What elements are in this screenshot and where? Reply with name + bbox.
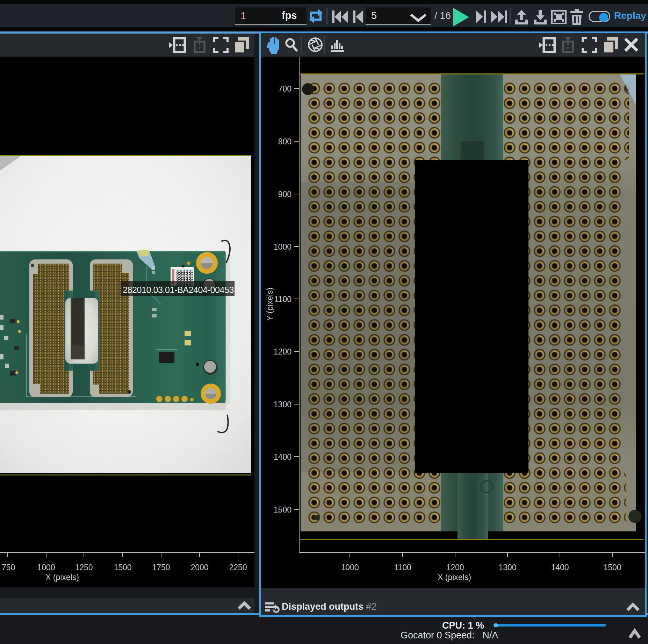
svg-text:1000: 1000 <box>37 563 55 572</box>
svg-text:Y (pixels): Y (pixels) <box>265 287 274 321</box>
svg-text:1100: 1100 <box>274 295 291 304</box>
svg-text:1400: 1400 <box>551 563 569 572</box>
svg-text:2250: 2250 <box>229 563 247 572</box>
svg-text:1250: 1250 <box>75 563 93 572</box>
svg-text:1200: 1200 <box>274 347 291 356</box>
svg-text:X (pixels): X (pixels) <box>438 573 471 582</box>
svg-text:282010.03.01-BA2404-00453: 282010.03.01-BA2404-00453 <box>123 285 234 295</box>
svg-text:1000: 1000 <box>341 563 359 572</box>
svg-text:1500: 1500 <box>274 505 291 514</box>
svg-text:750: 750 <box>2 563 15 572</box>
svg-text:1500: 1500 <box>603 563 621 572</box>
svg-text:800: 800 <box>278 137 291 146</box>
svg-text:2000: 2000 <box>190 563 208 572</box>
svg-text:1300: 1300 <box>274 400 291 409</box>
svg-text:700: 700 <box>278 84 291 93</box>
svg-text:1100: 1100 <box>394 563 411 572</box>
svg-text:900: 900 <box>278 190 291 199</box>
svg-text:X (pixels): X (pixels) <box>45 573 79 582</box>
svg-text:1750: 1750 <box>152 563 170 572</box>
svg-text:1200: 1200 <box>446 563 464 572</box>
svg-text:1300: 1300 <box>498 563 516 572</box>
svg-text:1500: 1500 <box>114 563 131 572</box>
svg-text:1000: 1000 <box>274 242 291 251</box>
svg-text:1400: 1400 <box>274 452 291 461</box>
